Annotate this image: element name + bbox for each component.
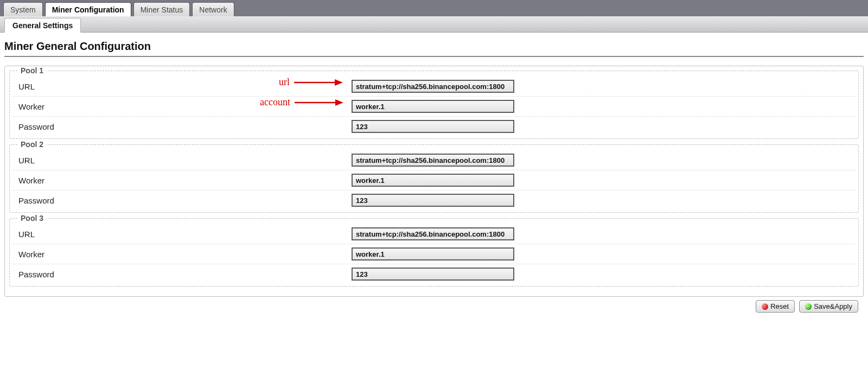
pool-legend: Pool 3 — [17, 214, 47, 223]
top-tab-bar: System Miner Configuration Miner Status … — [0, 0, 868, 16]
pool2-worker-row: Worker — [13, 170, 855, 190]
url-label: URL — [15, 230, 352, 239]
pool-group-3: Pool 3 URL Worker Password — [9, 218, 859, 287]
tab-miner-configuration[interactable]: Miner Configuration — [45, 2, 131, 16]
pool1-url-input[interactable] — [352, 80, 514, 93]
pool1-worker-row: Worker account — [13, 97, 855, 117]
pool2-worker-input[interactable] — [352, 174, 514, 187]
reset-button-label: Reset — [770, 302, 789, 310]
save-apply-button-label: Save&Apply — [814, 302, 852, 310]
pool-group-1: Pool 1 URL url Worker — [9, 71, 859, 139]
pool-group-2: Pool 2 URL Worker Password — [9, 144, 859, 213]
pool1-password-input[interactable] — [352, 120, 514, 133]
pool3-password-row: Password — [13, 264, 855, 284]
tab-system[interactable]: System — [3, 2, 43, 16]
worker-label: Worker — [15, 176, 352, 185]
pool2-url-row: URL — [13, 150, 855, 170]
pool2-url-input[interactable] — [352, 154, 514, 167]
save-apply-button[interactable]: Save&Apply — [799, 300, 858, 313]
reset-dot-icon — [762, 303, 768, 310]
page-title: Miner General Configuration — [4, 40, 864, 53]
tab-network[interactable]: Network — [192, 2, 234, 16]
pool3-worker-input[interactable] — [352, 247, 514, 260]
pool1-worker-input[interactable] — [352, 100, 514, 113]
pool3-worker-row: Worker — [13, 244, 855, 264]
reset-button[interactable]: Reset — [756, 300, 795, 313]
url-label: URL — [15, 156, 352, 165]
worker-label: Worker — [15, 250, 352, 259]
password-label: Password — [15, 122, 352, 131]
pool2-password-input[interactable] — [352, 194, 514, 207]
pool2-password-row: Password — [13, 190, 855, 210]
tab-miner-status[interactable]: Miner Status — [133, 2, 190, 16]
pool3-url-row: URL — [13, 224, 855, 244]
pool1-password-row: Password — [13, 117, 855, 136]
pool3-url-input[interactable] — [352, 227, 514, 240]
password-label: Password — [15, 270, 352, 279]
pool1-url-row: URL url — [13, 77, 855, 97]
pool3-password-input[interactable] — [352, 268, 514, 281]
sub-tab-bar: General Settings — [0, 16, 868, 33]
pool-legend: Pool 2 — [17, 140, 47, 149]
worker-label: Worker — [15, 102, 352, 111]
save-dot-icon — [805, 303, 812, 310]
title-divider — [4, 56, 864, 57]
config-container: Pool 1 URL url Worker — [4, 66, 864, 297]
footer-actions: Reset Save&Apply — [4, 297, 864, 318]
url-label: URL — [15, 82, 352, 91]
subtab-general-settings[interactable]: General Settings — [4, 18, 81, 33]
pool-legend: Pool 1 — [17, 66, 47, 75]
password-label: Password — [15, 196, 352, 205]
